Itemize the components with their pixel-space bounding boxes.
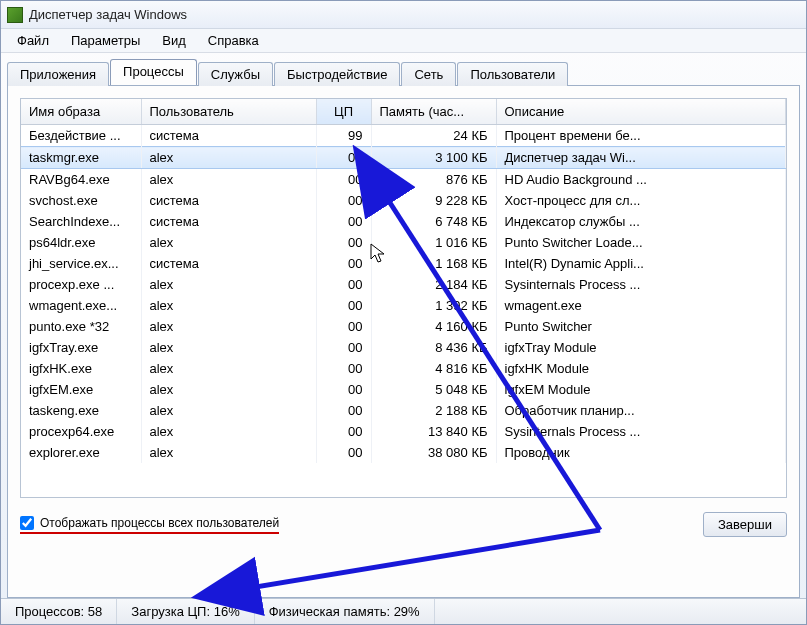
cell-user: alex xyxy=(141,169,316,191)
table-row[interactable]: procexp64.exealex0013 840 КБSysinternals… xyxy=(21,421,786,442)
tab-1[interactable]: Процессы xyxy=(110,59,197,85)
col-header-description[interactable]: Описание xyxy=(496,99,786,125)
content-area: ПриложенияПроцессыСлужбыБыстродействиеСе… xyxy=(1,53,806,598)
cell-user: alex xyxy=(141,232,316,253)
task-manager-window: Диспетчер задач Windows Файл Параметры В… xyxy=(0,0,807,625)
show-all-users-input[interactable] xyxy=(20,516,34,530)
table-row[interactable]: Бездействие ...система9924 КБПроцент вре… xyxy=(21,125,786,147)
statusbar: Процессов: 58 Загрузка ЦП: 16% Физическа… xyxy=(1,598,806,624)
tab-0[interactable]: Приложения xyxy=(7,62,109,86)
cell-user: alex xyxy=(141,421,316,442)
cell-mem: 2 184 КБ xyxy=(371,274,496,295)
cell-mem: 6 748 КБ xyxy=(371,211,496,232)
cell-mem: 1 016 КБ xyxy=(371,232,496,253)
cell-name: explorer.exe xyxy=(21,442,141,463)
status-memory: Физическая память: 29% xyxy=(255,599,435,624)
tab-2[interactable]: Службы xyxy=(198,62,273,86)
cell-mem: 9 228 КБ xyxy=(371,190,496,211)
cell-user: система xyxy=(141,190,316,211)
cell-cpu: 00 xyxy=(316,253,371,274)
cell-desc: Punto Switcher Loade... xyxy=(496,232,786,253)
cell-user: alex xyxy=(141,274,316,295)
table-row[interactable]: RAVBg64.exealex00876 КБHD Audio Backgrou… xyxy=(21,169,786,191)
cell-cpu: 00 xyxy=(316,190,371,211)
table-row[interactable]: jhi_service.ex...система001 168 КБIntel(… xyxy=(21,253,786,274)
cell-mem: 8 436 КБ xyxy=(371,337,496,358)
tab-3[interactable]: Быстродействие xyxy=(274,62,400,86)
show-all-users-checkbox[interactable]: Отображать процессы всех пользователей xyxy=(20,516,279,534)
cell-mem: 1 392 КБ xyxy=(371,295,496,316)
cell-cpu: 99 xyxy=(316,125,371,147)
cell-name: jhi_service.ex... xyxy=(21,253,141,274)
process-table: Имя образа Пользователь ЦП Память (час..… xyxy=(21,99,786,463)
cell-desc: HD Audio Background ... xyxy=(496,169,786,191)
status-processes: Процессов: 58 xyxy=(1,599,117,624)
process-table-body: Бездействие ...система9924 КБПроцент вре… xyxy=(21,125,786,464)
table-row[interactable]: wmagent.exe...alex001 392 КБwmagent.exe xyxy=(21,295,786,316)
end-process-button[interactable]: Заверши xyxy=(703,512,787,537)
cell-name: SearchIndexe... xyxy=(21,211,141,232)
tab-strip: ПриложенияПроцессыСлужбыБыстродействиеСе… xyxy=(7,59,800,85)
cell-name: igfxEM.exe xyxy=(21,379,141,400)
col-header-user[interactable]: Пользователь xyxy=(141,99,316,125)
cell-user: alex xyxy=(141,400,316,421)
cell-desc: igfxHK Module xyxy=(496,358,786,379)
cell-desc: Sysinternals Process ... xyxy=(496,274,786,295)
table-row[interactable]: igfxEM.exealex005 048 КБigfxEM Module xyxy=(21,379,786,400)
cell-desc: Процент времени бе... xyxy=(496,125,786,147)
processes-panel: Имя образа Пользователь ЦП Память (час..… xyxy=(7,85,800,598)
cell-name: igfxTray.exe xyxy=(21,337,141,358)
titlebar[interactable]: Диспетчер задач Windows xyxy=(1,1,806,29)
table-row[interactable]: ps64ldr.exealex001 016 КБPunto Switcher … xyxy=(21,232,786,253)
cell-desc: Хост-процесс для сл... xyxy=(496,190,786,211)
cell-mem: 876 КБ xyxy=(371,169,496,191)
cell-desc: Punto Switcher xyxy=(496,316,786,337)
table-row[interactable]: taskeng.exealex002 188 КБОбработчик план… xyxy=(21,400,786,421)
cell-name: procexp64.exe xyxy=(21,421,141,442)
cell-mem: 4 160 КБ xyxy=(371,316,496,337)
table-row[interactable]: svchost.exeсистема009 228 КБХост-процесс… xyxy=(21,190,786,211)
menu-options[interactable]: Параметры xyxy=(61,30,150,51)
cell-mem: 5 048 КБ xyxy=(371,379,496,400)
tab-5[interactable]: Пользователи xyxy=(457,62,568,86)
table-row[interactable]: procexp.exe ...alex002 184 КБSysinternal… xyxy=(21,274,786,295)
cell-desc: Обработчик планир... xyxy=(496,400,786,421)
show-all-users-label: Отображать процессы всех пользователей xyxy=(40,516,279,530)
cell-cpu: 00 xyxy=(316,421,371,442)
cell-cpu: 00 xyxy=(316,337,371,358)
col-header-cpu[interactable]: ЦП xyxy=(316,99,371,125)
table-row[interactable]: punto.exe *32alex004 160 КБPunto Switche… xyxy=(21,316,786,337)
cell-desc: Intel(R) Dynamic Appli... xyxy=(496,253,786,274)
cell-cpu: 00 xyxy=(316,295,371,316)
tab-4[interactable]: Сеть xyxy=(401,62,456,86)
panel-bottom-row: Отображать процессы всех пользователей З… xyxy=(20,512,787,537)
table-row[interactable]: SearchIndexe...система006 748 КБИндексат… xyxy=(21,211,786,232)
cell-user: alex xyxy=(141,316,316,337)
cell-desc: wmagent.exe xyxy=(496,295,786,316)
cell-user: alex xyxy=(141,337,316,358)
cell-cpu: 00 xyxy=(316,400,371,421)
table-row[interactable]: igfxHK.exealex004 816 КБigfxHK Module xyxy=(21,358,786,379)
table-row[interactable]: igfxTray.exealex008 436 КБigfxTray Modul… xyxy=(21,337,786,358)
cell-user: система xyxy=(141,211,316,232)
cell-user: alex xyxy=(141,147,316,169)
cell-desc: igfxEM Module xyxy=(496,379,786,400)
cell-user: alex xyxy=(141,295,316,316)
cell-cpu: 00 xyxy=(316,169,371,191)
table-row[interactable]: explorer.exealex0038 080 КБПроводник xyxy=(21,442,786,463)
app-icon xyxy=(7,7,23,23)
cell-mem: 38 080 КБ xyxy=(371,442,496,463)
menu-file[interactable]: Файл xyxy=(7,30,59,51)
menu-view[interactable]: Вид xyxy=(152,30,196,51)
process-table-container: Имя образа Пользователь ЦП Память (час..… xyxy=(20,98,787,498)
col-header-name[interactable]: Имя образа xyxy=(21,99,141,125)
cell-desc: Sysinternals Process ... xyxy=(496,421,786,442)
table-row[interactable]: taskmgr.exealex003 100 КБДиспетчер задач… xyxy=(21,147,786,169)
cell-cpu: 00 xyxy=(316,274,371,295)
cell-name: taskmgr.exe xyxy=(21,147,141,169)
col-header-memory[interactable]: Память (час... xyxy=(371,99,496,125)
cell-user: alex xyxy=(141,358,316,379)
menu-help[interactable]: Справка xyxy=(198,30,269,51)
cell-cpu: 00 xyxy=(316,211,371,232)
cell-desc: igfxTray Module xyxy=(496,337,786,358)
